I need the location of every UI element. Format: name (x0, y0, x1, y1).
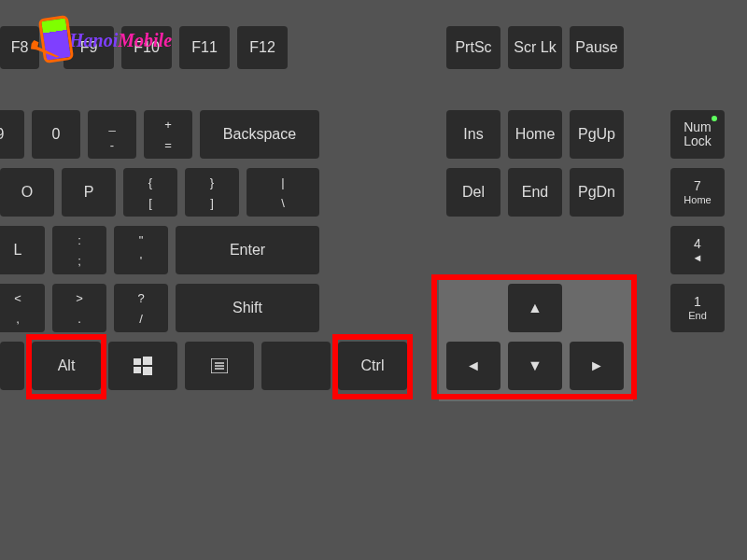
key-scrlk[interactable]: Scr Lk (508, 26, 562, 69)
logo-icon (34, 17, 75, 63)
key-home[interactable]: Home (508, 110, 562, 159)
key-numpad-4[interactable]: 4◄ (670, 226, 725, 274)
key-numlock[interactable]: NumLock (670, 110, 725, 159)
key-menu[interactable] (185, 342, 254, 390)
logo-watermark: HanoiMobile (34, 17, 172, 63)
key-arrow-left[interactable]: ◄ (446, 342, 500, 390)
key-pgup[interactable]: PgUp (570, 110, 624, 159)
svg-rect-3 (143, 367, 152, 375)
logo-text: HanoiMobile (69, 30, 172, 51)
key-enter[interactable]: Enter (176, 226, 319, 274)
key-shift[interactable]: Shift (176, 284, 319, 332)
key-comma[interactable]: <, (0, 284, 45, 332)
key-alt[interactable]: Alt (32, 342, 101, 390)
key-pause[interactable]: Pause (570, 26, 624, 69)
key-rbracket[interactable]: }] (185, 168, 239, 217)
key-prtsc[interactable]: PrtSc (446, 26, 500, 69)
key-del[interactable]: Del (446, 168, 500, 217)
key-f12[interactable]: F12 (237, 26, 288, 69)
key-p[interactable]: P (62, 168, 116, 217)
key-o[interactable]: O (0, 168, 54, 217)
key-ins[interactable]: Ins (446, 110, 500, 159)
key-numpad-7[interactable]: 7Home (670, 168, 725, 217)
key-arrow-down[interactable]: ▼ (508, 342, 562, 390)
key-semicolon[interactable]: :; (52, 226, 106, 274)
key-0[interactable]: 0 (32, 110, 80, 159)
svg-rect-0 (134, 358, 141, 365)
key-slash[interactable]: ?/ (114, 284, 168, 332)
key-quote[interactable]: "' (114, 226, 168, 274)
menu-icon (211, 358, 228, 373)
key-windows[interactable] (108, 342, 177, 390)
key-ctrl[interactable]: Ctrl (338, 342, 407, 390)
key-equals[interactable]: += (144, 110, 192, 159)
key-arrow-up[interactable]: ▲ (508, 284, 562, 332)
key-numpad-1[interactable]: 1End (670, 284, 725, 332)
key-lbracket[interactable]: {[ (123, 168, 177, 217)
key-period[interactable]: >. (52, 284, 106, 332)
keyboard-area: HanoiMobile F8 F9 F10 F11 F12 PrtSc Scr … (0, 0, 747, 560)
key-backspace[interactable]: Backspace (200, 110, 319, 159)
key-9[interactable]: 9 (0, 110, 24, 159)
key-f11[interactable]: F11 (179, 26, 230, 69)
svg-rect-2 (134, 367, 141, 373)
key-partial-space[interactable] (261, 342, 331, 390)
key-end[interactable]: End (508, 168, 562, 217)
key-minus[interactable]: _- (88, 110, 136, 159)
numlock-led-icon (712, 116, 717, 121)
key-backslash[interactable]: |\ (247, 168, 319, 217)
key-l[interactable]: L (0, 226, 45, 274)
windows-icon (134, 357, 152, 375)
key-pgdn[interactable]: PgDn (570, 168, 624, 217)
key-arrow-right[interactable]: ► (570, 342, 624, 390)
key-partial-left[interactable] (0, 342, 24, 390)
svg-rect-1 (143, 357, 152, 365)
